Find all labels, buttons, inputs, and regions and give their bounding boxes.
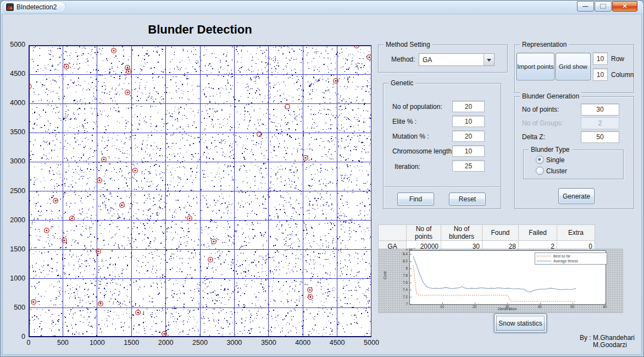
blunder-type-panel-label: Blunder Type [529,146,572,153]
method-setting-panel-label: Method Setting [384,41,432,48]
maximize-button[interactable] [595,1,612,12]
chromosome-length-input[interactable]: 10 [452,145,485,157]
credits-line2: M.Goodarzi [544,342,635,349]
plot-y-tick-label: 500 [2,304,25,311]
method-dropdown[interactable]: GA [419,53,495,66]
genetic-divider [384,186,500,188]
plot-y-tick-label: 4500 [2,70,25,78]
plot-y-tick-label: 3000 [2,157,25,165]
blunder-generation-panel-label: Blunder Generation [520,92,581,100]
plot-y-tick-label: 2000 [2,216,25,224]
plot-y-tick-label: 1500 [2,245,25,253]
best-so-far-legend-label: Best so far [553,254,570,258]
population-input[interactable]: 20 [452,101,485,112]
fitness-y-label: Cost [383,271,387,279]
cluster-radio-label[interactable]: Cluster [546,167,567,175]
cluster-radio[interactable] [536,167,544,175]
fitness-x-tick-label: 40 [535,305,544,309]
plot-x-tick-label: 3500 [256,339,282,347]
titlebar: BIndetection2 [3,1,66,13]
row-label: Row [611,55,624,63]
table-header-cell: Extra [557,225,595,241]
fitness-y-exponent: x 10⁻⁵ [406,247,415,251]
mutation-label: Mutation % : [392,133,429,140]
plot-y-tick-label: 2500 [2,187,25,195]
fitness-y-tick-label: 7 [395,302,408,306]
plot-y-tick-label: 1000 [2,274,25,282]
show-statistics-button[interactable]: Snow statistics [494,314,547,333]
fitness-x-tick-label: 60 [601,305,609,309]
table-header-cell [379,225,407,241]
fitness-x-tick-label: 30 [503,305,512,309]
fitness-legend: Best so far Average fitness [535,252,607,265]
fitness-y-tick-label: 8.4 [395,252,408,256]
grid-show-button[interactable]: Grid show [556,53,591,80]
plot-x-tick-label: 500 [49,339,76,347]
best-so-far-line-sample [537,256,551,256]
plot-x-tick-label: 3000 [221,339,247,347]
generate-button[interactable]: Generate [558,188,595,204]
delta-z-label: Delta Z: [522,133,545,141]
row-input[interactable]: 10 [593,52,608,65]
scatter-plot-canvas [29,45,371,337]
plot-y-tick-label: 4000 [2,99,25,107]
fitness-y-tick-label: 8.2 [395,259,408,263]
fitness-y-tick-label: 7.2 [395,295,408,299]
plot-x-tick-label: 5000 [358,339,385,347]
table-header-cell: Found [482,225,519,241]
fitness-y-tick-label: 7.4 [395,288,408,292]
window-title: BIndetection2 [16,3,57,11]
population-label: No of population: [392,103,442,111]
iteration-label: Iteration: [395,163,420,171]
fitness-y-tick-label: 7.6 [395,281,408,284]
plot-x-tick-label: 1500 [118,339,145,347]
fitness-x-tick-label: 20 [470,305,479,309]
no-of-points-input[interactable]: 30 [581,103,619,116]
plot-y-tick-label: 3500 [2,128,25,136]
fitness-figure: x 10⁻⁵ Cost Generation Best so far Avera… [378,249,623,313]
find-button[interactable]: Find [397,193,434,206]
fitness-x-tick-label: 50 [568,305,577,309]
plot-x-tick-label: 2000 [153,339,179,347]
elite-input[interactable]: 10 [452,116,485,127]
representation-panel-label: Representation [520,41,569,48]
column-label: Column [611,71,634,79]
iteration-input[interactable]: 25 [452,160,485,172]
no-of-groups-label: No of Groups: [522,119,563,127]
blunder-type-panel: Blunder Type [523,150,624,179]
matlab-app-icon [6,3,14,11]
import-points-button[interactable]: Import points [517,53,554,80]
average-fitness-line-sample [537,261,551,261]
close-icon: ✕ [622,3,627,10]
close-button[interactable]: ✕ [612,1,637,12]
chevron-down-icon[interactable] [484,54,494,65]
minimize-icon: — [583,3,589,9]
fitness-y-tick-label: 7.8 [395,273,408,277]
average-fitness-legend-label: Average fitness [553,259,578,263]
maximize-icon [600,4,606,9]
table-header-cell: Failed [519,225,557,241]
reset-button[interactable]: Reset [449,193,486,206]
table-header-cell: No of points [407,225,441,241]
single-radio-label[interactable]: Single [546,156,564,164]
plot-x-tick-label: 4500 [324,339,351,347]
minimize-button[interactable]: — [577,1,594,12]
method-dropdown-value: GA [419,54,484,65]
table-header-cell: No of blunders [441,225,482,241]
plot-title: Blunder Detection [29,23,371,37]
single-radio[interactable] [536,156,544,164]
results-table-header: No of pointsNo of blundersFoundFailedExt… [379,225,595,241]
fitness-y-tick-label: 8 [395,266,408,270]
plot-x-tick-label: 2500 [187,339,213,347]
mutation-input[interactable]: 20 [452,130,485,142]
genetic-panel-label: Genetic [388,79,415,87]
caption-buttons: — ✕ [576,1,637,12]
column-input[interactable]: 10 [593,68,608,81]
plot-x-tick-label: 4000 [290,339,316,347]
plot-y-tick-label: 5000 [2,41,25,48]
method-label: Method: [391,56,415,63]
chromosome-length-label: Chromosome length: [392,147,453,155]
delta-z-input[interactable]: 50 [581,131,619,143]
plot-x-tick-label: 1000 [84,339,110,347]
fitness-x-tick-label: 10 [437,305,446,309]
